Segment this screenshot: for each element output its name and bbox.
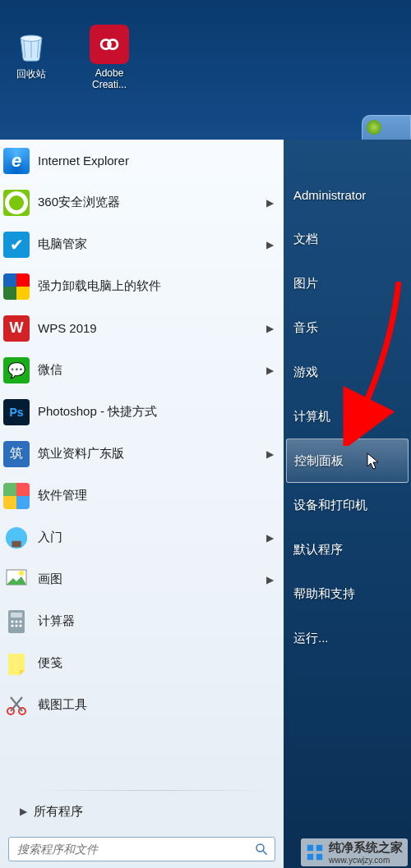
right-item-pics[interactable]: 图片 xyxy=(284,261,411,305)
chevron-right-icon: ▶ xyxy=(266,365,274,376)
start-item-label: 画图 xyxy=(38,572,261,587)
watermark-url: www.ycwjzy.com xyxy=(329,856,403,865)
ie-icon xyxy=(3,148,30,174)
right-item-label: 设备和打印机 xyxy=(293,498,367,513)
start-left-pane: Internet Explorer360安全浏览器▶电脑管家▶强力卸载电脑上的软… xyxy=(0,140,284,868)
start-item-zhuye[interactable]: 筑业资料广东版▶ xyxy=(0,433,284,475)
right-item-docs[interactable]: 文档 xyxy=(284,217,411,261)
svg-point-17 xyxy=(256,844,264,852)
start-item-label: 强力卸载电脑上的软件 xyxy=(38,278,274,294)
start-item-label: 360安全浏览器 xyxy=(38,195,261,210)
start-item-guanjia[interactable]: 电脑管家▶ xyxy=(0,223,284,265)
svg-rect-19 xyxy=(307,845,313,851)
start-item-getstarted[interactable]: 入门▶ xyxy=(0,517,284,558)
right-item-devices[interactable]: 设备和打印机 xyxy=(284,483,411,527)
browser360-icon xyxy=(3,190,30,216)
right-item-music[interactable]: 音乐 xyxy=(284,305,411,350)
start-item-label: Internet Explorer xyxy=(38,154,274,168)
search-input[interactable] xyxy=(8,837,275,861)
watermark: 纯净系统之家 www.ycwjzy.com xyxy=(301,838,408,866)
start-item-browser360[interactable]: 360安全浏览器▶ xyxy=(0,181,284,223)
adobe-cc-icon xyxy=(90,25,129,64)
svg-line-18 xyxy=(263,851,267,855)
start-item-wps[interactable]: WPS 2019▶ xyxy=(0,307,284,349)
right-item-games[interactable]: 游戏 xyxy=(284,350,411,394)
svg-rect-22 xyxy=(316,854,322,860)
svg-point-13 xyxy=(15,624,17,627)
svg-rect-21 xyxy=(307,854,313,860)
chevron-right-icon: ▶ xyxy=(266,239,274,250)
zhuye-icon xyxy=(3,441,30,467)
start-item-label: 电脑管家 xyxy=(38,237,261,252)
svg-point-14 xyxy=(19,624,21,627)
search-icon[interactable] xyxy=(254,842,269,857)
right-item-run[interactable]: 运行... xyxy=(284,616,411,660)
uninstall-icon xyxy=(3,273,30,300)
right-item-label: Administrator xyxy=(293,188,366,202)
start-right-pane: Administrator文档图片音乐游戏计算机控制面板设备和打印机默认程序帮助… xyxy=(284,140,411,868)
start-item-paint[interactable]: 画图▶ xyxy=(0,558,284,600)
right-item-label: 帮助和支持 xyxy=(293,586,355,602)
softmgr-icon xyxy=(3,483,30,509)
start-item-ps[interactable]: Photoshop - 快捷方式 xyxy=(0,391,284,433)
start-item-softmgr[interactable]: 软件管理 xyxy=(0,475,284,517)
chevron-right-icon: ▶ xyxy=(266,448,274,460)
calc-icon xyxy=(3,609,30,635)
desktop: 回收站 Adobe Creati... Internet Explorer360… xyxy=(0,0,411,868)
desktop-icon-recycle-bin[interactable]: 回收站 xyxy=(0,25,62,81)
wechat-icon xyxy=(3,357,30,383)
watermark-text: 纯净系统之家 xyxy=(329,840,403,856)
svg-point-11 xyxy=(19,620,21,622)
right-item-label: 游戏 xyxy=(293,365,318,380)
start-item-label: 便笺 xyxy=(38,655,274,671)
chevron-right-icon: ▶ xyxy=(266,197,274,209)
start-item-label: 微信 xyxy=(38,362,261,378)
start-item-label: Photoshop - 快捷方式 xyxy=(38,404,274,420)
snip-icon xyxy=(3,692,30,719)
svg-point-12 xyxy=(11,624,13,627)
start-menu: Internet Explorer360安全浏览器▶电脑管家▶强力卸载电脑上的软… xyxy=(0,140,411,868)
right-item-label: 默认程序 xyxy=(293,542,343,558)
right-item-admin[interactable]: Administrator xyxy=(284,172,411,217)
right-item-help[interactable]: 帮助和支持 xyxy=(284,572,411,616)
svg-point-6 xyxy=(19,571,24,576)
start-item-sticky[interactable]: 便笺 xyxy=(0,642,284,684)
right-item-control[interactable]: 控制面板 xyxy=(286,439,409,483)
desktop-icon-adobe-cc[interactable]: Adobe Creati... xyxy=(78,25,141,90)
start-item-label: 计算器 xyxy=(38,613,274,629)
wps-icon xyxy=(3,315,30,342)
start-item-calc[interactable]: 计算器 xyxy=(0,600,284,642)
start-item-label: 软件管理 xyxy=(38,488,274,503)
svg-point-0 xyxy=(21,35,42,41)
svg-point-9 xyxy=(11,620,13,622)
start-item-ie[interactable]: Internet Explorer xyxy=(0,140,284,181)
right-item-label: 运行... xyxy=(293,631,329,646)
recycle-bin-icon xyxy=(12,25,51,64)
chevron-right-icon: ▶ xyxy=(20,806,27,817)
start-item-uninstall[interactable]: 强力卸载电脑上的软件 xyxy=(0,265,284,307)
start-search xyxy=(8,837,275,861)
right-item-default[interactable]: 默认程序 xyxy=(284,527,411,572)
right-item-label: 图片 xyxy=(293,276,318,292)
start-item-wechat[interactable]: 微信▶ xyxy=(0,349,284,391)
right-item-label: 文档 xyxy=(293,232,318,247)
svg-point-10 xyxy=(15,620,17,622)
svg-rect-20 xyxy=(316,845,322,851)
right-item-label: 音乐 xyxy=(293,320,318,336)
all-programs-button[interactable]: ▶ 所有程序 xyxy=(0,791,284,832)
desktop-icon-label: Adobe Creati... xyxy=(92,67,127,90)
chevron-right-icon: ▶ xyxy=(266,323,274,334)
paint-icon xyxy=(3,567,30,593)
right-item-label: 控制面板 xyxy=(294,453,344,469)
start-item-snip[interactable]: 截图工具 xyxy=(0,684,284,726)
ps-icon xyxy=(3,399,30,425)
start-item-label: WPS 2019 xyxy=(38,321,261,335)
right-item-label: 计算机 xyxy=(293,409,330,425)
all-programs-label: 所有程序 xyxy=(34,804,83,820)
desktop-icon-label: 回收站 xyxy=(16,68,46,80)
start-item-label: 筑业资料广东版 xyxy=(38,446,261,462)
chevron-right-icon: ▶ xyxy=(266,532,274,544)
sticky-icon xyxy=(3,650,30,677)
right-item-computer[interactable]: 计算机 xyxy=(284,394,411,439)
guanjia-icon xyxy=(3,232,30,258)
